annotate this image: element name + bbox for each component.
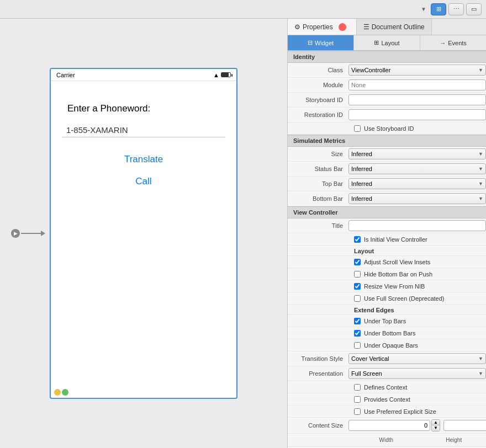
module-row: Module — [288, 78, 486, 93]
transition-style-row: Transition Style Cover Vertical ▼ — [288, 351, 486, 366]
status-bar-value-container: Inferred ▼ — [348, 163, 486, 174]
content-size-label: Content Size — [288, 422, 348, 429]
iphone-body: Enter a Phoneword: Translate Call — [51, 81, 236, 198]
transition-style-value-container: Cover Vertical ▼ — [348, 353, 486, 364]
layout-tab-icon: ⊞ — [374, 39, 379, 46]
adjust-scroll-checkbox[interactable] — [354, 259, 361, 265]
restoration-id-input[interactable] — [348, 109, 486, 120]
use-storyboard-row: Use Storyboard ID — [288, 122, 486, 135]
width-decrement-button[interactable]: ▼ — [432, 425, 440, 431]
top-bar-dropdown-value: Inferred — [351, 180, 372, 187]
status-bar-label: Status Bar — [288, 166, 348, 172]
full-screen-checkbox[interactable] — [354, 295, 361, 302]
initial-vc-arrow: ▶ — [11, 229, 43, 238]
translate-button[interactable]: Translate — [62, 154, 225, 165]
iphone-simulator: Carrier ▲ Enter a Phoneword: Translate C… — [50, 68, 237, 399]
defines-context-checkbox[interactable] — [354, 384, 361, 391]
top-bar-dropdown[interactable]: Inferred ▼ — [348, 178, 486, 189]
presentation-label: Presentation — [288, 370, 348, 377]
properties-panel: ⚙ Properties ☰ Document Outline ⊟ Widget… — [287, 19, 486, 448]
is-initial-checkbox[interactable] — [354, 236, 361, 243]
provides-context-label: Provides Context — [364, 396, 410, 403]
resize-nib-label: Resize View From NIB — [364, 283, 425, 290]
properties-tab[interactable]: ⚙ Properties — [288, 19, 357, 35]
size-row: Size Inferred ▼ — [288, 147, 486, 162]
panel-header: ⚙ Properties ☰ Document Outline — [288, 19, 486, 35]
resize-nib-row: Resize View From NIB — [288, 280, 486, 292]
height-container: ▲ ▼ — [443, 419, 486, 431]
class-dropdown-arrow-icon: ▼ — [478, 67, 483, 73]
content-size-value-container: ▲ ▼ ▲ ▼ — [348, 419, 486, 431]
tab-widget[interactable]: ⊟ Widget — [288, 35, 354, 50]
size-dropdown[interactable]: Inferred ▼ — [348, 148, 486, 159]
document-outline-tab[interactable]: ☰ Document Outline — [357, 19, 432, 35]
width-stepper: ▲ ▼ — [431, 419, 440, 431]
size-value-container: Inferred ▼ — [348, 148, 486, 159]
yellow-dot-icon — [54, 389, 61, 396]
under-opaque-row: Under Opaque Bars — [288, 339, 486, 351]
use-preferred-label: Use Preferred Explicit Size — [364, 408, 436, 415]
widget-tab-label: Widget — [315, 40, 334, 46]
layout-tab-label: Layout — [381, 40, 399, 46]
under-opaque-checkbox[interactable] — [354, 342, 361, 349]
rect-view-button[interactable]: ▭ — [466, 3, 482, 15]
close-properties-button[interactable] — [339, 23, 346, 31]
bottom-bar-label: Bottom Bar — [288, 195, 348, 202]
restoration-id-label: Restoration ID — [288, 111, 348, 118]
under-bottom-checkbox[interactable] — [354, 330, 361, 337]
height-column-label: Height — [422, 437, 487, 443]
width-input[interactable] — [348, 420, 430, 431]
presentation-dropdown[interactable]: Full Screen ▼ — [348, 368, 486, 379]
hide-bottom-checkbox[interactable] — [354, 271, 361, 278]
call-button[interactable]: Call — [62, 176, 225, 187]
class-dropdown-value: ViewController — [351, 67, 390, 73]
size-label: Size — [288, 151, 348, 157]
bottom-bar-dropdown[interactable]: Inferred ▼ — [348, 193, 486, 204]
title-label: Title — [288, 222, 348, 229]
top-bar-value-container: Inferred ▼ — [348, 178, 486, 189]
class-dropdown[interactable]: ViewController ▼ — [348, 65, 486, 76]
under-opaque-label: Under Opaque Bars — [364, 342, 418, 349]
arrow-line-icon — [21, 233, 43, 234]
use-storyboard-label: Use Storyboard ID — [364, 125, 414, 132]
title-value-container — [348, 220, 486, 231]
phoneword-label: Enter a Phoneword: — [67, 103, 150, 114]
width-height-labels-row: Width Height — [288, 434, 486, 447]
green-dot-icon — [62, 389, 68, 396]
bottom-bar-dropdown-arrow-icon: ▼ — [478, 196, 483, 201]
use-storyboard-checkbox[interactable] — [354, 125, 361, 132]
presentation-row: Presentation Full Screen ▼ — [288, 366, 486, 381]
carrier-label: Carrier — [56, 72, 75, 78]
status-bar: Carrier ▲ — [51, 69, 236, 81]
size-dropdown-value: Inferred — [351, 151, 372, 157]
hide-bottom-label: Hide Bottom Bar on Push — [364, 271, 432, 278]
width-increment-button[interactable]: ▲ — [432, 420, 440, 425]
document-outline-label: Document Outline — [372, 23, 425, 31]
presentation-value-container: Full Screen ▼ — [348, 368, 486, 379]
use-preferred-row: Use Preferred Explicit Size — [288, 406, 486, 418]
document-outline-icon: ☰ — [363, 23, 369, 31]
resize-nib-checkbox[interactable] — [354, 283, 361, 290]
title-input[interactable] — [348, 220, 486, 231]
provides-context-checkbox[interactable] — [354, 396, 361, 403]
use-preferred-checkbox[interactable] — [354, 408, 361, 415]
storyboard-id-input[interactable] — [348, 94, 486, 105]
status-bar-dropdown-arrow-icon: ▼ — [478, 166, 483, 172]
width-height-labels: Width Height — [354, 437, 486, 443]
under-top-checkbox[interactable] — [354, 318, 361, 324]
tab-events[interactable]: → Events — [420, 35, 486, 50]
class-label: Class — [288, 67, 348, 73]
height-input[interactable] — [443, 420, 486, 431]
widget-view-button[interactable]: ⊞ — [431, 3, 446, 15]
dots-view-button[interactable]: ⋯ — [448, 3, 464, 15]
status-bar-dropdown[interactable]: Inferred ▼ — [348, 163, 486, 174]
tab-layout[interactable]: ⊞ Layout — [354, 35, 420, 50]
module-label: Module — [288, 82, 348, 88]
transition-style-dropdown[interactable]: Cover Vertical ▼ — [348, 353, 486, 364]
phone-input[interactable] — [62, 123, 225, 137]
module-input[interactable] — [348, 79, 486, 90]
simulated-metrics-section-header: Simulated Metrics — [288, 135, 486, 147]
dots-icon: ⋯ — [453, 6, 459, 13]
status-bar-dropdown-value: Inferred — [351, 166, 372, 172]
restoration-id-value-container — [348, 109, 486, 120]
